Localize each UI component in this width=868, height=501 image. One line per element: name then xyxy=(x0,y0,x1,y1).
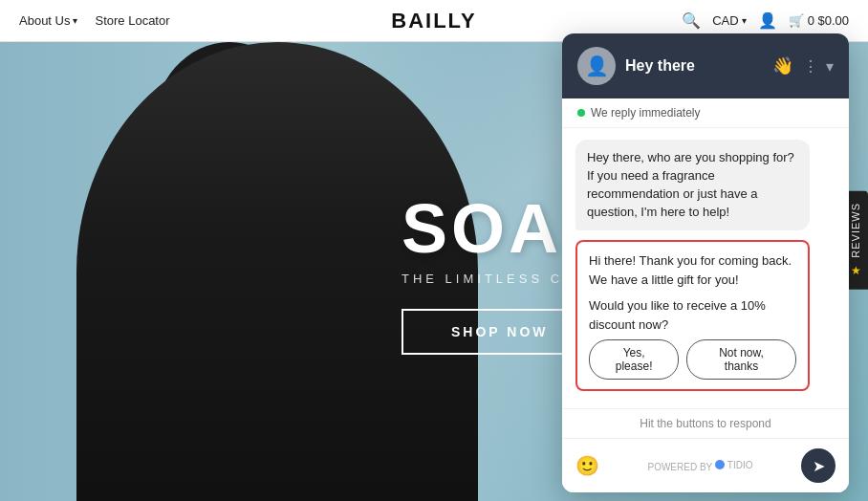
not-now-button[interactable]: Not now, thanks xyxy=(686,339,796,380)
currency-label: CAD xyxy=(712,13,738,28)
store-locator-label: Store Locator xyxy=(95,13,169,28)
nav-right: 🔍 CAD ▾ 👤 🛒 0 $0.00 xyxy=(682,11,849,30)
wave-emoji: 👋 xyxy=(772,55,793,76)
chat-header-title: Hey there xyxy=(625,57,763,75)
search-icon[interactable]: 🔍 xyxy=(682,11,701,30)
account-icon[interactable]: 👤 xyxy=(758,11,777,30)
chat-header: 👤 Hey there 👋 ⋮ ▾ xyxy=(562,33,849,98)
store-locator-link[interactable]: Store Locator xyxy=(95,13,169,28)
chat-messages: Hey there, who are you shopping for? If … xyxy=(562,128,849,408)
tidio-dot-icon xyxy=(715,460,725,469)
send-button[interactable]: ➤ xyxy=(801,448,835,483)
powered-by: POWERED BY TIDIO xyxy=(607,460,793,472)
online-indicator xyxy=(577,109,585,117)
star-icon: ★ xyxy=(849,264,862,278)
chat-footer: 🙂 POWERED BY TIDIO ➤ xyxy=(562,438,849,492)
reviews-label: REVIEWS xyxy=(850,203,861,258)
cart-icon: 🛒 xyxy=(789,13,804,28)
cart-button[interactable]: 🛒 0 $0.00 xyxy=(789,13,849,28)
chat-header-actions: ⋮ ▾ xyxy=(803,57,834,76)
about-us-label: About Us xyxy=(19,13,70,28)
chat-message-1: Hey there, who are you shopping for? If … xyxy=(575,140,810,230)
chat-response-buttons: Yes, please! Not now, thanks xyxy=(589,339,796,380)
cart-label: 0 $0.00 xyxy=(808,13,849,28)
yes-please-button[interactable]: Yes, please! xyxy=(589,339,679,380)
chat-status-text: We reply immediately xyxy=(591,106,700,120)
currency-chevron-icon: ▾ xyxy=(742,15,747,26)
about-us-menu[interactable]: About Us ▾ xyxy=(19,13,77,28)
about-us-chevron-icon: ▾ xyxy=(73,15,77,26)
chat-hint: Hit the buttons to respond xyxy=(562,408,849,438)
chat-minimize-button[interactable]: ▾ xyxy=(826,57,834,76)
chat-hint-text: Hit the buttons to respond xyxy=(640,417,770,430)
chat-message-1-text: Hey there, who are you shopping for? If … xyxy=(587,150,794,219)
emoji-button[interactable]: 🙂 xyxy=(575,454,599,477)
chat-discount-message: Would you like to receive a 10% discount… xyxy=(589,296,796,334)
avatar: 👤 xyxy=(577,47,616,85)
chat-gift-message: Hi there! Thank you for coming back. We … xyxy=(589,251,796,289)
currency-selector[interactable]: CAD ▾ xyxy=(712,13,746,28)
chat-status-bar: We reply immediately xyxy=(562,98,849,128)
chat-highlighted-message: Hi there! Thank you for coming back. We … xyxy=(575,240,810,391)
chat-more-button[interactable]: ⋮ xyxy=(803,57,818,76)
tidio-logo: TIDIO xyxy=(715,460,753,470)
tidio-label: TIDIO xyxy=(727,460,753,470)
chat-widget: 👤 Hey there 👋 ⋮ ▾ We reply immediately H… xyxy=(562,33,849,492)
powered-by-label: POWERED BY xyxy=(647,461,712,471)
site-logo: BAILLY xyxy=(391,9,476,33)
nav-left: About Us ▾ Store Locator xyxy=(19,13,170,28)
